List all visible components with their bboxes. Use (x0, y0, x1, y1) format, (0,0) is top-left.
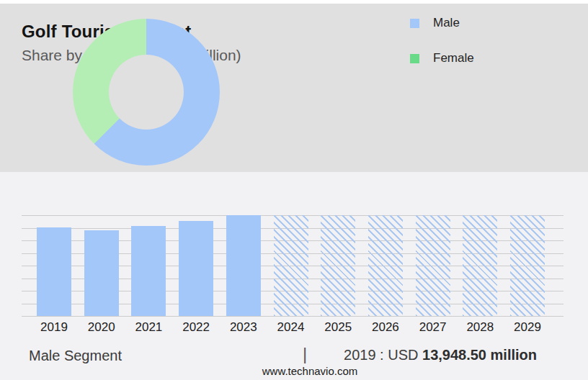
forecast-bar-2024 (274, 215, 308, 316)
legend-item-male: Male (410, 14, 474, 32)
stat-number: 13,948.50 million (422, 347, 537, 363)
x-axis-label-2025: 2025 (315, 320, 361, 335)
legend: Male Female (410, 14, 474, 84)
chart-panel: 2019202020212022202320242025202620272028… (0, 172, 588, 380)
forecast-bar-2028 (463, 215, 497, 316)
x-axis-label-2019: 2019 (31, 320, 77, 335)
forecast-bar-2026 (368, 215, 403, 316)
x-axis-label-2027: 2027 (410, 320, 456, 335)
legend-label-female: Female (433, 51, 474, 65)
donut-chart (73, 19, 220, 166)
forecast-bar-2029 (510, 215, 545, 316)
segment-label: Male Segment (29, 348, 122, 364)
male-swatch-square-icon (410, 19, 419, 28)
forecast-bar-2025 (321, 215, 355, 316)
header-panel: Golf Tourism Market Share by End-user (U… (0, 4, 588, 172)
x-axis-label-2022: 2022 (173, 320, 219, 335)
website-url: www.technavio.com (32, 365, 588, 377)
x-axis-label-2029: 2029 (504, 320, 551, 335)
x-axis-labels: 2019202020212022202320242025202620272028… (22, 320, 564, 336)
x-axis-label-2021: 2021 (125, 320, 172, 335)
bar-2021 (131, 226, 166, 316)
stat-prefix: 2019 : USD (344, 347, 418, 363)
x-axis-label-2023: 2023 (220, 320, 267, 335)
separator-pipe: | (303, 344, 307, 364)
x-axis-label-2028: 2028 (457, 320, 503, 335)
bar-2022 (179, 221, 213, 316)
infographic-root: Golf Tourism Market Share by End-user (U… (0, 0, 588, 380)
legend-item-female: Female (410, 49, 474, 68)
bar-2023 (226, 215, 261, 316)
bar-chart-plot (22, 215, 564, 316)
stat-value: 2019 : USD 13,948.50 million (344, 347, 537, 363)
x-axis-label-2026: 2026 (362, 320, 409, 335)
bar-2019 (37, 227, 71, 316)
legend-label-male: Male (433, 16, 460, 30)
donut-hole (109, 55, 184, 130)
forecast-bar-2027 (416, 215, 450, 316)
x-axis-label-2020: 2020 (79, 320, 125, 335)
female-swatch-square-icon (410, 54, 419, 63)
gridline (22, 316, 564, 317)
x-axis-label-2024: 2024 (268, 320, 314, 335)
bar-2020 (84, 230, 119, 316)
